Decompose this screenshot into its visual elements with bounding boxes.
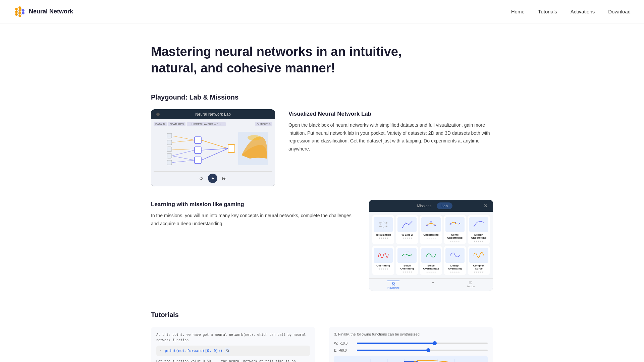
slider-b-fill [357,350,429,351]
code-desc: Get the function value 0.50 ... the neur… [156,359,310,362]
svg-rect-19 [167,133,172,138]
bottom-tab-playground[interactable]: Playground [387,281,399,289]
svg-line-11 [17,10,19,12]
slider-w-label: W: ~10.0 [334,342,354,345]
nav-home[interactable]: Home [511,9,525,14]
lab-row: Neural Network Lab DATA ⚙ FEATURES HIDDE… [151,109,493,186]
svg-point-5 [19,12,21,14]
svg-point-51 [392,282,394,284]
slider-w-thumb[interactable] [433,341,437,345]
slider-b-label: B: ~60.0 [334,349,354,352]
nav-tutorials[interactable]: Tutorials [538,9,557,14]
missions-topbar: Missions Lab ✕ [369,200,493,212]
svg-point-6 [19,14,21,17]
svg-point-49 [459,223,460,224]
mission-card-design-underfitting[interactable]: Design Underfitting ★★★★★ [468,215,490,244]
navbar: Neural Network Home Tutorials Activation… [0,0,644,23]
nav-links: Home Tutorials Activations Download [511,9,631,14]
lab-features-label: FEATURES [168,122,185,126]
svg-line-32 [172,160,195,163]
lab-screen-mock: Neural Network Lab DATA ⚙ FEATURES HIDDE… [151,109,275,186]
lab-topbar: Neural Network Lab [151,109,275,119]
slider-w-fill [357,343,435,344]
svg-rect-24 [195,137,201,143]
missions-tab-lab[interactable]: Lab [437,202,452,209]
lab-panel-title: Visualized Neural Network Lab [288,111,493,117]
slider-b-thumb[interactable] [426,348,430,352]
svg-point-3 [19,6,21,9]
slider-w-track [357,343,488,344]
svg-line-10 [17,9,19,10]
code-snippet: At this point, we have got a neural netw… [156,332,310,362]
mission-card-solve-overfitting2[interactable]: Solve Overfitting 2 ★★★★★ [420,246,442,275]
svg-point-44 [426,225,428,226]
hero-title: Mastering neural networks in an intuitiv… [151,44,413,77]
svg-rect-53 [469,282,472,282]
lab-data-label: DATA ⚙ [154,122,167,126]
lab-hidden-label: HIDDEN LAYERS — 1 + [187,122,226,126]
svg-point-38 [248,135,261,140]
svg-line-35 [201,148,228,160]
tutorials-section-title: Tutorials [151,311,493,319]
svg-rect-20 [167,140,172,145]
code-comment: At this point, we have got a neural netw… [156,332,310,343]
mission-card-overfitting[interactable]: Overfitting ★★★★★ [372,246,394,275]
mission-card-complex-curve[interactable]: Complex Curve ★★★★★ [468,246,490,275]
svg-rect-23 [167,160,172,165]
lab-topbar-title: Neural Network Lab [162,112,264,117]
slider-w-row: W: ~10.0 [334,342,488,345]
svg-point-7 [22,9,24,11]
slider-b-track [357,350,488,351]
lab-output-label: OUTPUT ⚙ [255,122,272,126]
svg-point-4 [19,9,21,11]
svg-rect-36 [228,144,235,153]
tutorials-row: At this point, we have got a neural netw… [151,327,493,362]
lab-text-panel: Visualized Neural Network Lab Open the b… [288,109,493,153]
logo-icon [13,6,25,18]
missions-screen-mock: Missions Lab ✕ Initialization ★★★★★ [369,200,493,291]
playground-section: Playgound: Lab & Missions Neural Network… [151,94,493,291]
svg-point-0 [15,8,18,10]
svg-point-47 [450,223,451,225]
mission-card-underfitting[interactable]: Underfitting ★★★★★ [420,215,442,244]
svg-line-13 [17,13,19,14]
tutorial-code-card: At this point, we have got a neural netw… [151,327,315,362]
nav-download[interactable]: Download [608,9,631,14]
svg-point-39 [381,222,386,227]
svg-point-46 [434,225,436,226]
missions-close-icon[interactable]: ✕ [484,203,488,208]
chart-visualization [334,356,488,362]
svg-point-45 [430,221,432,223]
tutorials-section: Tutorials At this point, we have got a n… [151,311,493,362]
step-icon[interactable]: ⏭ [222,176,227,181]
svg-point-52 [432,282,434,283]
chart-title: 3. Finally, the following functions can … [334,332,488,336]
svg-line-14 [17,14,19,16]
bottom-tab-section[interactable]: Section [467,281,474,289]
learning-desc: In the missions, you will run into many … [151,212,356,228]
svg-point-48 [455,222,456,223]
logo-container[interactable]: Neural Network [13,6,73,18]
svg-line-9 [17,8,19,9]
copy-button[interactable]: ⧉ [225,348,230,354]
missions-tab-missions[interactable]: Missions [412,202,436,209]
mission-card-some-underfitting[interactable]: Some Underfitting ★★★★★ [444,215,466,244]
main-content: Mastering neural networks in an intuitiv… [138,23,506,362]
learning-title: Learning with mission like gaming [151,201,356,208]
chevron-left-icon: ‹ [160,348,162,354]
play-button[interactable]: ▶ [208,174,217,183]
mission-card-initialization[interactable]: Initialization ★★★★★ [372,215,394,244]
bottom-tab-dot [431,281,435,289]
svg-point-42 [379,226,381,227]
mission-card-design-overfitting[interactable]: Design Overfitting ★★★★★ [444,246,466,275]
network-visualization [154,128,272,169]
reset-icon[interactable]: ↺ [199,176,203,181]
code-line: print(net.forward([0, 0])) [165,348,222,354]
nav-activations[interactable]: Activations [571,9,595,14]
svg-line-34 [201,148,228,150]
lab-panel-desc: Open the black box of neural networks wi… [288,121,493,153]
mission-card-wline2[interactable]: W Line 2 ★★★★★ [396,215,418,244]
svg-point-40 [379,222,381,224]
mission-card-solve-overfitting[interactable]: Solve Overfitting ★★★★★ [396,246,418,275]
tutorial-chart-card: 3. Finally, the following functions can … [329,327,493,362]
